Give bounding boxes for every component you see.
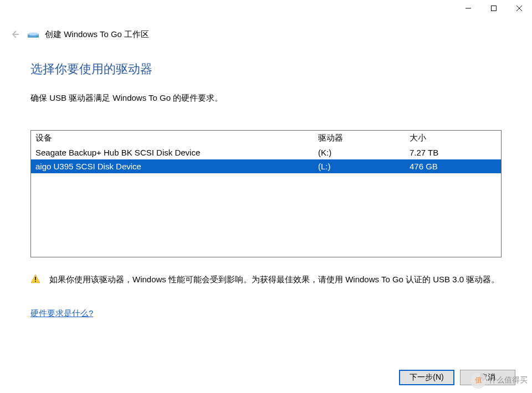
svg-rect-1 <box>492 6 497 11</box>
cell-device: Seagate Backup+ Hub BK SCSI Disk Device <box>35 148 318 157</box>
back-button <box>8 28 22 41</box>
warning-block: 如果你使用该驱动器，Windows 性能可能会受到影响。为获得最佳效果，请使用 … <box>30 273 502 286</box>
minimize-icon <box>466 6 471 11</box>
svg-point-7 <box>28 33 38 35</box>
column-headers: 设备 驱动器 大小 <box>31 131 501 146</box>
col-drive: 驱动器 <box>318 133 410 143</box>
svg-rect-11 <box>35 281 36 282</box>
wizard-header: 创建 Windows To Go 工作区 <box>8 23 524 45</box>
col-device: 设备 <box>35 133 318 143</box>
cell-device: aigo U395 SCSI Disk Device <box>35 162 318 171</box>
back-arrow-icon <box>11 30 19 39</box>
cancel-button[interactable]: 取消 <box>460 370 515 385</box>
cell-size: 476 GB <box>410 162 497 171</box>
drive-row[interactable]: Seagate Backup+ Hub BK SCSI Disk Device … <box>31 146 501 159</box>
warning-text: 如果你使用该驱动器，Windows 性能可能会受到影响。为获得最佳效果，请使用 … <box>49 273 499 286</box>
maximize-button[interactable] <box>481 0 507 17</box>
col-size: 大小 <box>410 133 497 143</box>
drive-row-selected[interactable]: aigo U395 SCSI Disk Device (L:) 476 GB <box>31 159 501 173</box>
svg-point-8 <box>37 36 38 37</box>
cell-drive: (L:) <box>318 162 410 171</box>
window-titlebar <box>0 0 532 17</box>
cell-drive: (K:) <box>318 148 410 157</box>
drive-list[interactable]: 设备 驱动器 大小 Seagate Backup+ Hub BK SCSI Di… <box>30 130 502 257</box>
wizard-content: 选择你要使用的驱动器 确保 USB 驱动器满足 Windows To Go 的硬… <box>30 61 502 319</box>
wizard-title: 创建 Windows To Go 工作区 <box>45 29 149 40</box>
svg-rect-10 <box>35 277 36 280</box>
close-button[interactable] <box>507 0 532 17</box>
cell-size: 7.27 TB <box>410 148 497 157</box>
page-heading: 选择你要使用的驱动器 <box>30 61 502 77</box>
next-button[interactable]: 下一步(N) <box>399 370 454 385</box>
page-subtext: 确保 USB 驱动器满足 Windows To Go 的硬件要求。 <box>30 93 502 104</box>
drive-icon <box>27 28 39 40</box>
wizard-footer: 下一步(N) 取消 <box>399 370 515 385</box>
requirements-link[interactable]: 硬件要求是什么? <box>30 308 93 319</box>
minimize-button[interactable] <box>456 0 481 17</box>
warning-icon <box>30 274 40 284</box>
close-icon <box>516 6 522 11</box>
maximize-icon <box>491 6 497 11</box>
